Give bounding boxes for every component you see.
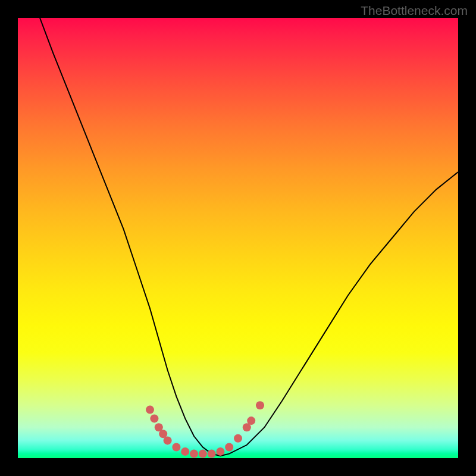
- curve-marker: [164, 436, 172, 444]
- curve-marker: [208, 450, 216, 458]
- chart-plot-area: [18, 18, 458, 458]
- curve-marker: [256, 401, 264, 409]
- curve-marker: [234, 434, 242, 443]
- curve-marker: [225, 443, 233, 452]
- curve-marker: [247, 416, 255, 425]
- curve-marker: [216, 447, 224, 456]
- curve-marker: [146, 406, 154, 414]
- curve-marker: [172, 443, 180, 452]
- watermark-text: TheBottleneck.com: [361, 4, 468, 18]
- chart-svg: [18, 18, 458, 458]
- bottleneck-curve: [40, 18, 458, 456]
- curve-marker: [199, 450, 207, 458]
- curve-marker: [181, 447, 189, 456]
- curve-marker: [190, 450, 198, 458]
- curve-marker: [150, 414, 158, 422]
